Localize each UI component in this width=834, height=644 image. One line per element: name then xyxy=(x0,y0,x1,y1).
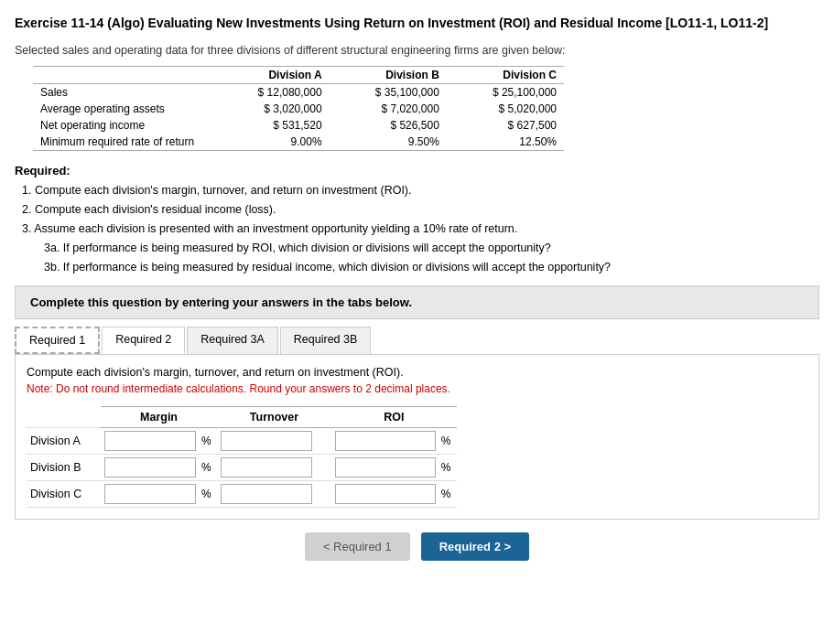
col-header-roi: ROI xyxy=(331,406,457,427)
turnover-pct-c xyxy=(316,480,331,507)
data-table: Division A Division B Division C Sales $… xyxy=(33,66,564,151)
roi-input-a[interactable] xyxy=(335,431,436,451)
list-item: 2. Compute each division's residual inco… xyxy=(22,200,819,219)
input-row-a: Division A % % xyxy=(27,427,457,454)
roi-input-c[interactable] xyxy=(335,484,436,504)
roi-pct-b: % xyxy=(439,454,457,480)
margin-input-a[interactable] xyxy=(104,431,196,451)
turnover-pct-a xyxy=(316,427,331,454)
roi-input-b[interactable] xyxy=(335,457,436,478)
table-row: Minimum required rate of return 9.00% 9.… xyxy=(33,134,564,151)
row-label-a: Division A xyxy=(27,427,101,454)
list-item: 3b. If performance is being measured by … xyxy=(22,258,819,276)
margin-pct-a: % xyxy=(200,427,217,454)
margin-pct-c: % xyxy=(200,480,217,507)
page-title: Exercise 11-14 (Algo) Evaluating New Inv… xyxy=(15,15,819,33)
margin-pct-b: % xyxy=(200,454,217,480)
required-list: 1. Compute each division's margin, turno… xyxy=(15,181,819,276)
list-item: 1. Compute each division's margin, turno… xyxy=(22,181,819,199)
required-title: Required: xyxy=(15,164,819,177)
col-header-a: Division A xyxy=(211,66,329,83)
turnover-pct-b xyxy=(316,454,331,480)
roi-pct-c: % xyxy=(439,480,457,507)
input-row-b: Division B % % xyxy=(27,454,457,480)
input-table: Margin Turnover ROI Division A % xyxy=(27,406,457,508)
prev-button[interactable]: < Required 1 xyxy=(305,532,410,561)
tab-required-3a[interactable]: Required 3A xyxy=(187,327,278,354)
col-header-c: Division C xyxy=(447,66,564,83)
col-header-margin: Margin xyxy=(101,406,217,427)
list-item: 3a. If performance is being measured by … xyxy=(22,239,819,257)
table-row: Sales $ 12,080,000 $ 35,100,000 $ 25,100… xyxy=(33,83,564,101)
required-section: Required: 1. Compute each division's mar… xyxy=(15,164,819,276)
turnover-input-c[interactable] xyxy=(221,484,312,504)
input-row-c: Division C % % xyxy=(27,480,457,507)
roi-pct-a: % xyxy=(439,427,457,454)
col-header-turnover: Turnover xyxy=(217,406,331,427)
next-button[interactable]: Required 2 > xyxy=(421,532,529,561)
subtitle: Selected sales and operating data for th… xyxy=(15,44,819,57)
tabs-row: Required 1 Required 2 Required 3A Requir… xyxy=(15,327,819,354)
tab-content: Compute each division's margin, turnover… xyxy=(15,354,819,520)
tab-required-2[interactable]: Required 2 xyxy=(102,327,185,354)
tab-required-1[interactable]: Required 1 xyxy=(15,327,100,354)
table-row: Average operating assets $ 3,020,000 $ 7… xyxy=(33,101,564,117)
tab-instruction: Compute each division's margin, turnover… xyxy=(27,366,807,379)
tab-note: Note: Do not round intermediate calculat… xyxy=(27,382,807,395)
row-label-c: Division C xyxy=(27,480,101,507)
margin-input-b[interactable] xyxy=(104,457,196,478)
turnover-input-b[interactable] xyxy=(221,457,312,478)
table-row: Net operating income $ 531,520 $ 526,500… xyxy=(33,117,564,134)
complete-box: Complete this question by entering your … xyxy=(15,285,819,319)
list-item: 3. Assume each division is presented wit… xyxy=(22,220,819,238)
tab-required-3b[interactable]: Required 3B xyxy=(280,327,372,354)
margin-input-c[interactable] xyxy=(104,484,196,504)
row-label-b: Division B xyxy=(27,454,101,480)
col-header-b: Division B xyxy=(330,66,447,83)
tabs-container: Required 1 Required 2 Required 3A Requir… xyxy=(15,327,819,520)
turnover-input-a[interactable] xyxy=(221,431,312,451)
bottom-nav: < Required 1 Required 2 > xyxy=(15,532,819,570)
